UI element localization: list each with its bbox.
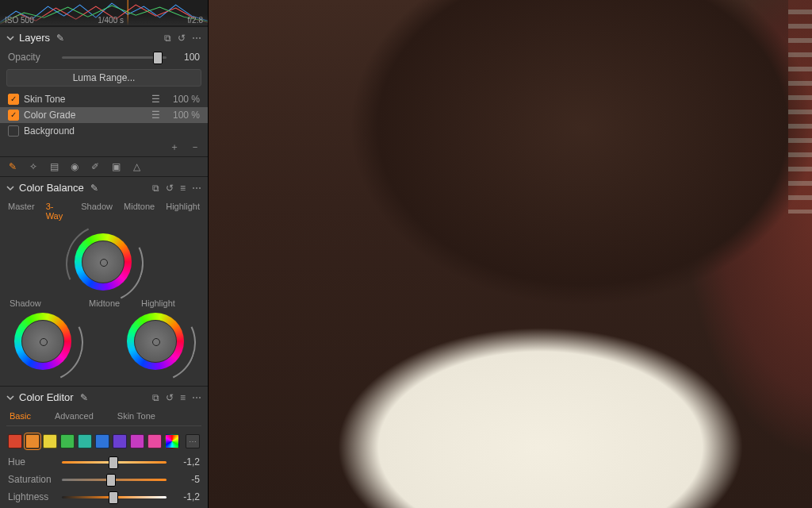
undo-icon[interactable]: ↺ bbox=[166, 183, 174, 194]
stamp-icon[interactable]: ▣ bbox=[109, 160, 122, 173]
eraser-icon[interactable]: △ bbox=[130, 160, 143, 173]
tab-midtone[interactable]: Midtone bbox=[124, 202, 155, 221]
layer-row[interactable]: Background bbox=[0, 123, 208, 139]
tab-master[interactable]: Master bbox=[8, 202, 35, 221]
brush-icon[interactable]: ✎ bbox=[55, 33, 66, 44]
copy-icon[interactable]: ⧉ bbox=[152, 183, 159, 194]
color-editor-title: Color Editor bbox=[19, 391, 74, 403]
lightness-value: -1,2 bbox=[173, 491, 200, 502]
layer-name: Color Grade bbox=[24, 110, 147, 121]
opacity-row: Opacity 100 bbox=[0, 48, 208, 66]
layer-name: Skin Tone bbox=[24, 94, 147, 105]
shadow-wheel-label: Shadow bbox=[10, 298, 41, 308]
layers-header[interactable]: Layers ✎ ⧉ ↺ ⋯ bbox=[0, 26, 208, 48]
layers-title: Layers bbox=[19, 32, 50, 44]
saturation-value: -5 bbox=[173, 474, 200, 485]
swatch-yellow[interactable] bbox=[43, 434, 57, 448]
hue-slider[interactable] bbox=[62, 456, 167, 468]
color-editor-header[interactable]: Color Editor ✎ ⧉ ↺ ≡ ⋯ bbox=[0, 386, 208, 408]
arc-icon[interactable] bbox=[107, 293, 207, 393]
highlight-wheel-label: Highlight bbox=[141, 298, 175, 308]
undo-icon[interactable]: ↺ bbox=[166, 392, 174, 403]
swatch-teal[interactable] bbox=[78, 434, 92, 448]
layer-tools: ＋ － bbox=[0, 140, 208, 156]
hue-value: -1,2 bbox=[173, 456, 200, 468]
color-wheels: Shadow Midtone Highlight bbox=[0, 227, 208, 386]
menu-icon[interactable]: ≡ bbox=[180, 183, 186, 194]
hue-row: Hue -1,2 bbox=[0, 453, 208, 471]
minus-icon[interactable]: － bbox=[189, 140, 201, 153]
lightness-row: Lightness -1,2 bbox=[0, 488, 208, 506]
luma-range-button[interactable]: Luma Range... bbox=[6, 69, 201, 87]
more-icon[interactable]: ⋯ bbox=[192, 183, 201, 194]
brush-icon[interactable]: ✎ bbox=[79, 392, 90, 403]
histogram[interactable]: ISO 500 1/400 s f/2.8 bbox=[0, 0, 208, 26]
opacity-slider[interactable] bbox=[62, 51, 167, 64]
brush-icon[interactable]: ✎ bbox=[89, 183, 100, 194]
color-editor-tabs: Basic Advanced Skin Tone bbox=[6, 408, 201, 426]
more-icon[interactable]: ⋯ bbox=[192, 33, 201, 44]
iso-readout: ISO 500 bbox=[5, 16, 34, 25]
lightness-label: Lightness bbox=[8, 491, 56, 502]
hue-label: Hue bbox=[8, 456, 56, 468]
saturation-slider[interactable] bbox=[62, 473, 167, 486]
saturation-row: Saturation -5 bbox=[0, 471, 208, 488]
arc-icon[interactable] bbox=[0, 293, 94, 393]
tab-highlight[interactable]: Highlight bbox=[166, 202, 200, 221]
swatch-purple[interactable] bbox=[113, 434, 127, 448]
copy-icon[interactable]: ⧉ bbox=[164, 33, 171, 44]
color-balance-tabs: Master 3-Way Shadow Midtone Highlight bbox=[0, 198, 208, 227]
brush-mask-icon[interactable]: ✐ bbox=[89, 160, 102, 173]
lightness-slider[interactable] bbox=[62, 491, 167, 503]
copy-icon[interactable]: ⧉ bbox=[152, 392, 159, 403]
tab-advanced[interactable]: Advanced bbox=[55, 411, 94, 421]
swatch-magenta[interactable] bbox=[130, 434, 144, 448]
layer-row[interactable]: ✓ Skin Tone ☰ 100 % bbox=[0, 91, 208, 107]
tab-basic[interactable]: Basic bbox=[10, 411, 31, 421]
adjustments-icon[interactable]: ☰ bbox=[151, 94, 160, 105]
checkbox-icon[interactable]: ✓ bbox=[8, 94, 19, 105]
color-swatches: ⋯ bbox=[0, 426, 208, 453]
image-viewer[interactable] bbox=[209, 0, 812, 508]
shutter-readout: 1/400 s bbox=[98, 16, 124, 25]
aperture-readout: f/2.8 bbox=[188, 16, 203, 25]
undo-icon[interactable]: ↺ bbox=[178, 33, 186, 44]
swatch-more[interactable]: ⋯ bbox=[186, 434, 200, 448]
layer-list: ✓ Skin Tone ☰ 100 % ✓ Color Grade ☰ 100 … bbox=[0, 90, 208, 140]
color-balance-title: Color Balance bbox=[19, 182, 84, 194]
inspector-panel: ISO 500 1/400 s f/2.8 Layers ✎ ⧉ ↺ ⋯ Opa… bbox=[0, 0, 209, 508]
swatch-red[interactable] bbox=[8, 434, 22, 448]
mask-tools: ✎ ✧ ▤ ◉ ✐ ▣ △ bbox=[0, 156, 208, 176]
swatch-pink[interactable] bbox=[147, 434, 162, 448]
adjustments-icon[interactable]: ☰ bbox=[151, 110, 160, 121]
layer-name: Background bbox=[24, 125, 200, 137]
plus-icon[interactable]: ＋ bbox=[168, 140, 181, 153]
midtone-wheel-label: Midtone bbox=[89, 298, 120, 308]
eyedropper-icon[interactable]: ✎ bbox=[6, 160, 19, 173]
menu-icon[interactable]: ≡ bbox=[180, 392, 186, 403]
checkbox-icon[interactable] bbox=[8, 125, 19, 137]
swatch-green[interactable] bbox=[60, 434, 75, 448]
magic-wand-icon[interactable]: ✧ bbox=[27, 160, 40, 173]
layer-opacity: 100 % bbox=[165, 110, 200, 121]
swatch-orange[interactable] bbox=[25, 434, 40, 448]
saturation-label: Saturation bbox=[8, 474, 56, 485]
chevron-down-icon bbox=[6, 394, 14, 402]
swatch-rainbow[interactable] bbox=[165, 434, 179, 448]
tab-skintone[interactable]: Skin Tone bbox=[117, 411, 155, 421]
radial-gradient-icon[interactable]: ◉ bbox=[68, 160, 81, 173]
tab-shadow[interactable]: Shadow bbox=[81, 202, 113, 221]
checkbox-icon[interactable]: ✓ bbox=[8, 110, 19, 121]
tab-3way[interactable]: 3-Way bbox=[46, 202, 71, 221]
color-balance-header[interactable]: Color Balance ✎ ⧉ ↺ ≡ ⋯ bbox=[0, 176, 208, 198]
linear-gradient-icon[interactable]: ▤ bbox=[48, 160, 60, 173]
more-icon[interactable]: ⋯ bbox=[192, 392, 201, 403]
chevron-down-icon bbox=[6, 34, 14, 42]
layer-row[interactable]: ✓ Color Grade ☰ 100 % bbox=[0, 107, 208, 123]
chevron-down-icon bbox=[6, 184, 14, 192]
opacity-label: Opacity bbox=[8, 52, 56, 63]
opacity-value: 100 bbox=[173, 52, 200, 63]
layer-opacity: 100 % bbox=[165, 94, 200, 105]
swatch-blue[interactable] bbox=[95, 434, 109, 448]
